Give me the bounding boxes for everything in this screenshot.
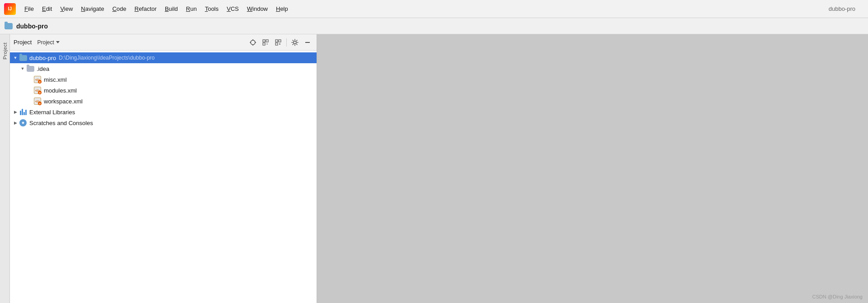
window-title: dubbo-pro <box>829 5 864 12</box>
scratches-label: Scratches and Consoles <box>29 120 93 126</box>
menu-navigate[interactable]: Navigate <box>77 4 107 14</box>
xml-file-icon2: </> o <box>34 87 41 94</box>
root-path: D:\DingJiaxiong\IdeaProjects\dubbo-pro <box>59 55 154 61</box>
scratches-icon <box>19 119 27 126</box>
ext-lib-bars <box>20 109 27 115</box>
collapse-idea-arrow[interactable] <box>19 65 26 72</box>
tree-row-misc-xml[interactable]: </> o misc.xml <box>10 74 317 85</box>
expand-all-icon <box>275 39 282 46</box>
xml-badge3: o <box>38 102 42 105</box>
workspace-xml-icon: </> o <box>33 98 42 105</box>
menu-code[interactable]: Code <box>109 4 130 14</box>
folder-gray <box>27 66 34 72</box>
tree-row-modules-xml[interactable]: </> o modules.xml <box>10 85 317 96</box>
project-name: dubbo-pro <box>16 23 48 30</box>
idea-folder-icon <box>26 65 34 72</box>
menu-run[interactable]: Run <box>182 4 201 14</box>
svg-rect-11 <box>275 43 278 45</box>
menu-help[interactable]: Help <box>272 4 292 14</box>
project-folder-icon <box>5 23 13 29</box>
settings-button[interactable] <box>289 37 300 48</box>
locate-icon <box>249 39 257 46</box>
xml-badge2: o <box>38 91 42 94</box>
svg-rect-6 <box>266 40 268 42</box>
toolbar-divider <box>286 38 287 47</box>
menu-edit[interactable]: Edit <box>38 4 56 14</box>
svg-rect-10 <box>279 40 281 42</box>
scratches-svg <box>20 120 26 126</box>
content-area <box>317 34 868 303</box>
tree-row-scratches[interactable]: Scratches and Consoles <box>10 117 317 128</box>
ext-lib-icon <box>19 108 27 116</box>
expand-ext-arrow[interactable] <box>12 108 19 116</box>
tree-row-root[interactable]: dubbo-pro D:\DingJiaxiong\IdeaProjects\d… <box>10 52 317 63</box>
gear-icon <box>291 39 299 46</box>
menu-build[interactable]: Build <box>161 4 182 14</box>
svg-rect-7 <box>263 43 265 45</box>
project-bar: dubbo-pro <box>0 18 868 34</box>
svg-point-14 <box>294 41 296 44</box>
menu-tools[interactable]: Tools <box>201 4 222 14</box>
ext-libs-label: External Libraries <box>29 109 75 116</box>
collapse-root-arrow[interactable] <box>12 54 19 61</box>
misc-xml-label: misc.xml <box>44 76 67 83</box>
menu-vcs[interactable]: VCS <box>223 4 243 14</box>
tree-row-workspace-xml[interactable]: </> o workspace.xml <box>10 96 317 107</box>
title-bar: IJ File Edit View Navigate Code Refactor… <box>0 0 868 18</box>
project-tree: dubbo-pro D:\DingJiaxiong\IdeaProjects\d… <box>10 51 317 303</box>
main-layout: Project Project Project <box>0 34 868 303</box>
chevron-down-icon <box>56 41 60 43</box>
svg-rect-5 <box>263 40 265 42</box>
menu-window[interactable]: Window <box>243 4 271 14</box>
xml-badge: o <box>38 80 42 84</box>
folder-blue <box>19 55 27 61</box>
svg-rect-9 <box>275 40 278 42</box>
idea-label: .idea <box>37 65 49 72</box>
side-tab: Project <box>0 34 10 303</box>
panel-toolbar: Project Project <box>10 34 317 51</box>
watermark: CSDN @Ding Jiaxiong <box>812 294 863 299</box>
scratches-circle-icon <box>19 119 27 126</box>
tree-row-ext-libs[interactable]: External Libraries <box>10 107 317 117</box>
workspace-xml-label: workspace.xml <box>44 98 83 105</box>
menu-refactor[interactable]: Refactor <box>131 4 160 14</box>
tree-row-idea[interactable]: .idea <box>10 63 317 74</box>
project-panel: Project Project <box>10 34 317 303</box>
minimize-icon <box>304 39 311 46</box>
expand-scratches-arrow[interactable] <box>12 119 19 126</box>
locate-button[interactable] <box>247 37 258 48</box>
svg-point-0 <box>251 40 255 45</box>
menu-bar: File Edit View Navigate Code Refactor Bu… <box>21 4 829 14</box>
menu-view[interactable]: View <box>56 4 76 14</box>
collapse-all-button[interactable] <box>260 37 271 48</box>
app-icon: IJ <box>4 3 16 15</box>
intellij-logo: IJ <box>4 3 16 15</box>
project-side-tab[interactable]: Project <box>1 39 9 63</box>
xml-file-icon3: </> o <box>34 98 41 105</box>
close-panel-button[interactable] <box>302 37 313 48</box>
expand-all-button[interactable] <box>273 37 284 48</box>
root-label: dubbo-pro <box>29 55 56 61</box>
panel-dropdown[interactable]: Project <box>35 38 61 47</box>
modules-xml-icon: </> o <box>33 87 42 94</box>
misc-xml-icon: </> o <box>33 76 42 83</box>
panel-title: Project <box>14 39 32 46</box>
modules-xml-label: modules.xml <box>44 87 77 94</box>
collapse-all-icon <box>262 39 269 46</box>
root-folder-icon <box>19 54 27 61</box>
xml-file-icon: </> o <box>34 76 41 83</box>
panel-dropdown-label: Project <box>37 39 54 46</box>
menu-file[interactable]: File <box>21 4 37 14</box>
